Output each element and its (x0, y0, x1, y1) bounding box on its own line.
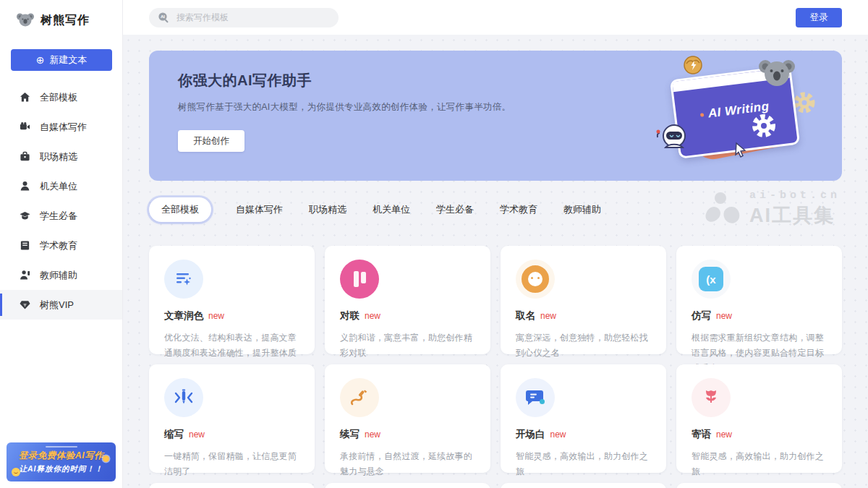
sidebar-item-media-writing[interactable]: 自媒体写作 (0, 112, 122, 142)
top-header: AI 登录 (123, 0, 868, 35)
abbreviate-icon (164, 378, 203, 417)
sidebar: 树熊写作 ⊕ 新建文本 全部模板 自媒体写作 职场精选 机关单位 (0, 0, 123, 488)
card-description: 寓意深远，创意独特，助您轻松找到心仪之名 (516, 330, 651, 361)
couplet-strip (354, 271, 359, 287)
new-badge: new (716, 429, 732, 440)
sidebar-item-label: 职场精选 (40, 150, 77, 163)
brain-icon (683, 55, 703, 75)
vip-gem-icon (20, 299, 30, 310)
card-naming[interactable]: 取名 new 寓意深远，创意独特，助您轻松找到心仪之名 (501, 246, 666, 354)
sidebar-item-label: 学生必备 (40, 210, 77, 223)
svg-text:AI: AI (161, 14, 165, 19)
media-camera-icon (20, 121, 30, 132)
imitate-glyph: (x (706, 273, 715, 286)
new-badge: new (189, 429, 205, 440)
tab-workplace[interactable]: 职场精选 (307, 197, 348, 222)
card-description: 智能灵感，高效输出，助力创作之旅 (692, 449, 827, 479)
card-message[interactable]: 寄语 new 智能灵感，高效输出，助力创作之旅 (676, 364, 842, 473)
card-title: 文章润色 (164, 309, 203, 322)
card-article-polish[interactable]: 文章润色 new 优化文法、结构和表达，提高文章通顺度和表达准确性，提升整体质量 (149, 246, 315, 354)
book-icon (20, 240, 30, 251)
new-doc-button[interactable]: ⊕ 新建文本 (11, 49, 112, 71)
brand-logo: 树熊写作 (0, 0, 122, 39)
new-badge: new (540, 311, 556, 321)
card-description: 承接前情，自然过渡，延续故事的魅力与悬念 (340, 449, 475, 479)
sidebar-item-label: 全部模板 (40, 91, 77, 104)
card-description: 智能灵感，高效输出，助力创作之旅 (516, 449, 651, 479)
start-writing-button[interactable]: 开始创作 (178, 130, 244, 152)
card-imitate[interactable]: (x 仿写 new 根据需求重新组织文章结构，调整语言风格，使内容更贴合特定目标… (676, 246, 842, 354)
koala-icon (16, 12, 35, 29)
login-button[interactable]: 登录 (796, 8, 842, 27)
card-opening[interactable]: 开场白 new 智能灵感，高效输出，助力创作之旅 (501, 364, 666, 473)
card-description: 义韵和谐，寓意丰富，助您创作精彩对联 (340, 330, 475, 361)
couplet-icon (340, 260, 379, 299)
sidebar-item-academic[interactable]: 学术教育 (0, 231, 122, 260)
card-title: 仿写 (692, 309, 711, 322)
promo-decoration (46, 446, 77, 448)
new-badge: new (716, 311, 732, 321)
robot-icon (655, 119, 693, 156)
card-abbreviate[interactable]: 缩写 new 一键精简，保留精髓，让信息更简洁明了 (149, 364, 315, 473)
card-partial[interactable] (325, 483, 490, 488)
sidebar-item-label: 机关单位 (40, 180, 77, 193)
home-icon (20, 92, 30, 103)
sidebar-item-vip[interactable]: 树熊VIP (0, 290, 122, 320)
briefcase-icon (20, 151, 30, 162)
app-window: 树熊写作 ⊕ 新建文本 全部模板 自媒体写作 职场精选 机关单位 (0, 0, 868, 488)
sidebar-item-all-templates[interactable]: 全部模板 (0, 82, 122, 112)
sidebar-menu: 全部模板 自媒体写作 职场精选 机关单位 学生必备 学术教育 (0, 82, 122, 320)
ai-magnifier-icon: AI (158, 12, 170, 24)
template-card-grid: 文章润色 new 优化文法、结构和表达，提高文章通顺度和表达准确性，提升整体质量… (149, 246, 842, 488)
card-description: 一键精简，保留精髓，让信息更简洁明了 (164, 449, 299, 479)
koala-head-icon (757, 56, 797, 90)
tab-students[interactable]: 学生必备 (435, 197, 475, 222)
graduation-cap-icon (20, 210, 30, 221)
search-input[interactable] (176, 12, 330, 22)
tab-media-writing[interactable]: 自媒体写作 (234, 197, 284, 222)
promo-line1: 登录免费体验AI写作 (19, 450, 104, 462)
hero-illustration: AI Writing (664, 59, 817, 172)
brand-name: 树熊写作 (41, 13, 90, 28)
card-partial[interactable] (676, 483, 842, 488)
opening-icon (516, 378, 555, 417)
card-partial[interactable] (501, 483, 666, 488)
cursor-arrow-icon (733, 142, 748, 158)
message-flower-icon (692, 378, 731, 417)
promo-line2: 让AI释放你的时间！！ (20, 464, 103, 474)
search-box[interactable]: AI (149, 8, 339, 27)
sidebar-item-label: 教师辅助 (40, 269, 77, 282)
sidebar-item-students[interactable]: 学生必备 (0, 201, 122, 231)
new-badge: new (208, 311, 224, 321)
tab-academic[interactable]: 学术教育 (498, 197, 539, 222)
continue-writing-icon (340, 378, 379, 417)
tab-government[interactable]: 机关单位 (371, 197, 412, 222)
naming-icon (516, 260, 555, 299)
polish-icon (164, 260, 203, 299)
sidebar-item-label: 自媒体写作 (40, 121, 87, 134)
card-couplet[interactable]: 对联 new 义韵和谐，寓意丰富，助您创作精彩对联 (325, 246, 490, 354)
sidebar-item-government[interactable]: 机关单位 (0, 171, 122, 201)
tab-all-templates[interactable]: 全部模板 (149, 197, 211, 222)
card-title: 开场白 (516, 428, 545, 441)
login-promo-banner[interactable]: 登录免费体验AI写作 让AI释放你的时间！！ (7, 442, 116, 481)
card-partial[interactable] (149, 483, 315, 488)
sidebar-item-workplace[interactable]: 职场精选 (0, 142, 122, 171)
new-badge: new (365, 429, 380, 440)
card-title: 对联 (340, 309, 359, 322)
person-icon (20, 181, 30, 192)
category-tabs: 全部模板 自媒体写作 职场精选 机关单位 学生必备 学术教育 教师辅助 (149, 195, 842, 224)
sidebar-item-label: 树熊VIP (40, 299, 74, 312)
card-title: 续写 (340, 428, 359, 441)
teacher-icon (20, 270, 30, 281)
card-title: 寄语 (692, 428, 711, 441)
tab-teacher[interactable]: 教师辅助 (562, 197, 603, 222)
sidebar-item-teacher[interactable]: 教师辅助 (0, 260, 122, 290)
gear-icon (751, 113, 777, 139)
card-continue-writing[interactable]: 续写 new 承接前情，自然过渡，延续故事的魅力与悬念 (325, 364, 490, 473)
hero-banner: 你强大的AI写作助手 树熊写作基于强大的AI大模型，为你提供专业高效的创作体验，… (149, 51, 842, 181)
new-badge: new (550, 429, 566, 440)
gear-icon (793, 91, 816, 114)
coin-icon (103, 455, 109, 462)
main-content: 你强大的AI写作助手 树熊写作基于强大的AI大模型，为你提供专业高效的创作体验，… (123, 35, 868, 488)
